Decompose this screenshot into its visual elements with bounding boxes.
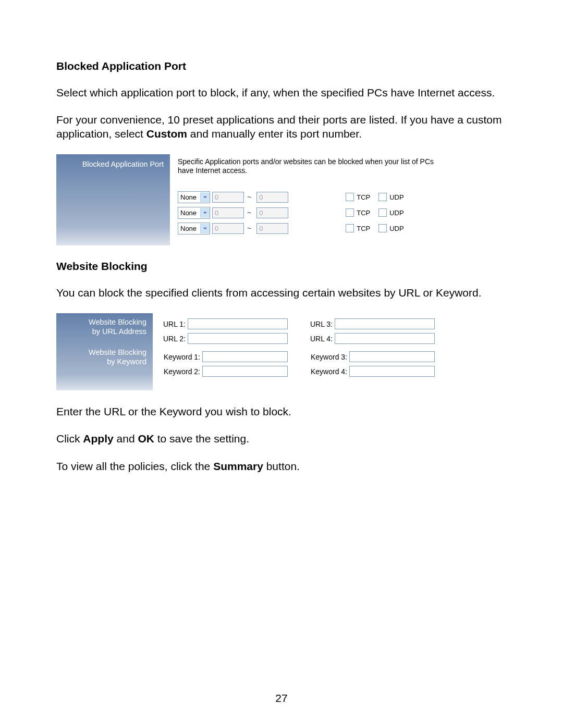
udp-checkbox[interactable]: UDP	[378, 224, 403, 232]
keyword3-label: Keyword 3:	[308, 353, 349, 361]
tcp-checkbox[interactable]: TCP	[346, 193, 370, 201]
port-to-input[interactable]: 0	[256, 192, 288, 203]
port-row: None 0 ~ 0 TCP UDP	[178, 220, 435, 236]
select-value: None	[178, 193, 200, 201]
tcp-checkbox[interactable]: TCP	[346, 208, 370, 217]
heading-website-blocking: Website Blocking	[56, 260, 507, 273]
tcp-checkbox[interactable]: TCP	[346, 224, 370, 232]
udp-checkbox[interactable]: UDP	[378, 193, 403, 201]
paragraph: You can block the specified clients from…	[56, 286, 507, 300]
panel: Specific Application ports and/or websit…	[170, 154, 435, 245]
url-grid: URL 1: URL 2: URL 3: URL 4:	[161, 318, 435, 344]
text-bold: Custom	[146, 128, 187, 140]
checkbox-icon	[346, 193, 354, 201]
checkbox-label: UDP	[389, 225, 403, 232]
keyword1-label: Keyword 1:	[161, 353, 202, 361]
port-row: None 0 ~ 0 TCP UDP	[178, 189, 435, 205]
keyword2-input[interactable]	[202, 366, 288, 377]
page-number: 27	[0, 692, 563, 705]
url1-label: URL 1:	[161, 320, 188, 328]
port-to-input[interactable]: 0	[256, 207, 288, 218]
page: Blocked Application Port Select which ap…	[0, 0, 563, 728]
url3-input[interactable]	[335, 318, 435, 329]
paragraph: Enter the URL or the Keyword you wish to…	[56, 405, 507, 418]
text: Website Blocking	[60, 348, 146, 357]
protocol-group: TCP UDP	[346, 208, 403, 217]
text: to save the setting.	[154, 433, 249, 445]
text-bold: Apply	[83, 433, 113, 445]
port-from-input[interactable]: 0	[212, 223, 244, 234]
text: Website Blocking	[60, 317, 146, 327]
protocol-group: TCP UDP	[346, 193, 403, 201]
paragraph: For your convenience, 10 preset applicat…	[56, 113, 507, 141]
checkbox-icon	[378, 208, 387, 217]
select-value: None	[178, 209, 200, 217]
range-separator: ~	[244, 193, 254, 201]
keyword4-label: Keyword 4:	[308, 367, 349, 376]
checkbox-icon	[346, 208, 354, 217]
url2-label: URL 2:	[161, 335, 188, 343]
url1-input[interactable]	[188, 318, 288, 329]
range-separator: ~	[244, 224, 254, 232]
port-from-input[interactable]: 0	[212, 192, 244, 203]
panel: URL 1: URL 2: URL 3: URL 4: Keyword 1: K…	[153, 313, 435, 390]
sidebar-keyword-label: Website Blocking by Keyword	[60, 348, 146, 366]
keyword4-input[interactable]	[349, 366, 435, 377]
description-text: Specific Application ports and/or websit…	[178, 157, 435, 175]
chevron-down-icon	[200, 208, 210, 218]
url4-label: URL 4:	[308, 335, 335, 343]
chevron-down-icon	[200, 224, 210, 233]
udp-checkbox[interactable]: UDP	[378, 208, 403, 217]
application-select[interactable]: None	[178, 191, 210, 203]
checkbox-label: TCP	[357, 209, 370, 217]
checkbox-icon	[378, 193, 387, 201]
text: and manually enter its port number.	[187, 128, 362, 140]
port-from-input[interactable]: 0	[212, 207, 244, 218]
port-to-input[interactable]: 0	[256, 223, 288, 234]
paragraph: To view all the policies, click the Summ…	[56, 460, 507, 473]
checkbox-icon	[346, 224, 354, 232]
heading-blocked-application-port: Blocked Application Port	[56, 60, 507, 72]
sidebar-url-label: Website Blocking by URL Address	[60, 317, 146, 336]
text: Click	[56, 433, 83, 445]
range-separator: ~	[244, 208, 254, 217]
text: by Keyword	[60, 357, 146, 366]
paragraph: Click Apply and OK to save the setting.	[56, 432, 507, 446]
screenshot-website-blocking: Website Blocking by URL Address Website …	[56, 313, 435, 390]
text-bold: OK	[138, 433, 154, 445]
text: To view all the policies, click the	[56, 460, 213, 472]
checkbox-icon	[378, 224, 387, 232]
application-select[interactable]: None	[178, 207, 210, 219]
keyword3-input[interactable]	[349, 351, 435, 362]
text-bold: Summary	[213, 460, 263, 472]
text: by URL Address	[60, 327, 146, 336]
select-value: None	[178, 225, 200, 232]
keyword2-label: Keyword 2:	[161, 367, 202, 376]
chevron-down-icon	[200, 192, 210, 202]
application-select[interactable]: None	[178, 223, 210, 235]
screenshot-blocked-application-port: Blocked Application Port Specific Applic…	[56, 154, 435, 245]
text: button.	[263, 460, 300, 472]
sidebar-text: Blocked Application Port	[60, 159, 164, 169]
checkbox-label: UDP	[389, 209, 403, 217]
port-row: None 0 ~ 0 TCP UDP	[178, 205, 435, 220]
protocol-group: TCP UDP	[346, 224, 403, 232]
url3-label: URL 3:	[308, 320, 335, 328]
url2-input[interactable]	[188, 333, 288, 344]
checkbox-label: TCP	[357, 193, 370, 201]
sidebar-label: Website Blocking by URL Address Website …	[56, 313, 153, 390]
url4-input[interactable]	[335, 333, 435, 344]
paragraph: Select which application port to block, …	[56, 86, 507, 100]
keyword-grid: Keyword 1: Keyword 2: Keyword 3: Keyword…	[161, 351, 435, 377]
checkbox-label: UDP	[389, 193, 403, 201]
text: and	[114, 433, 138, 445]
checkbox-label: TCP	[357, 225, 370, 232]
sidebar-label: Blocked Application Port	[56, 154, 170, 245]
keyword1-input[interactable]	[202, 351, 288, 362]
